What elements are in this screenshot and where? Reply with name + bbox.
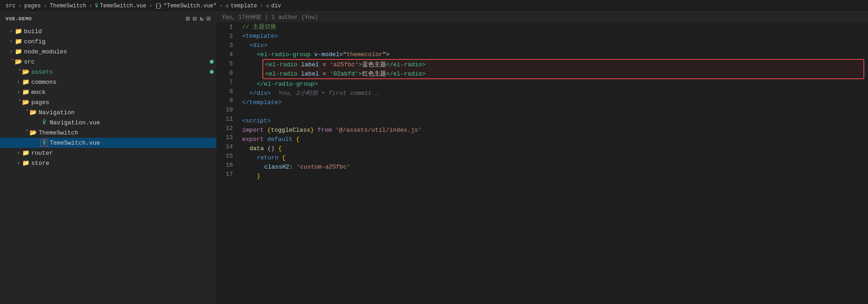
code-line-16: classH2: 'custom-a25fbc' (242, 162, 868, 171)
sidebar-item-assets[interactable]: › 📂 assets (0, 67, 216, 77)
breadcrumb-sep-2: › (44, 3, 47, 9)
label-commons: commons (31, 79, 216, 86)
folder-icon-src: 📂 (15, 58, 22, 65)
label-config: config (24, 38, 216, 45)
sidebar-item-commons[interactable]: › 📁 commons (0, 77, 216, 87)
breadcrumb-div[interactable]: div (271, 3, 281, 9)
kw-return: return (257, 154, 282, 161)
code-line-1: // 主题切换 (242, 22, 868, 31)
kw-default: default (267, 136, 296, 143)
new-folder-icon[interactable]: ⊟ (193, 15, 197, 23)
text-blue-theme: 蓝色主题 (362, 60, 386, 69)
tag-template-close: </template> (242, 99, 282, 106)
arrow-config: › (7, 38, 15, 45)
arrow-pages: › (15, 99, 22, 106)
tag-template-open: <template> (242, 33, 278, 40)
breadcrumb-div-icon: ◇ (266, 2, 269, 9)
folder-icon-mock: 📁 (22, 88, 29, 96)
vue-icon-navigation: V̈ (41, 119, 48, 126)
sidebar-item-store[interactable]: › 📁 store (0, 158, 216, 168)
highlight-box-lines-5-6: <el-radio label = 'a25fbc'>蓝色主题</el-radi… (262, 59, 864, 79)
breadcrumb-vue-icon: V̈ (95, 3, 98, 9)
brace-open-14: { (278, 145, 282, 152)
code-line-2: <template> (242, 31, 868, 41)
collapse-icon[interactable]: ⊡ (207, 15, 211, 23)
git-info-bar: You, 17分钟前 | 1 author (You) (216, 12, 868, 22)
sidebar-item-mock[interactable]: › 📁 mock (0, 87, 216, 97)
tag-el-radio-group-open: <el-radio-group (257, 51, 314, 58)
arrow-themeswitch: › (22, 129, 29, 136)
arrow-src: › (7, 58, 15, 65)
func-data: data (249, 145, 267, 152)
code-line-3: <div> (242, 41, 868, 50)
sidebar-item-pages[interactable]: › 📂 pages (0, 97, 216, 107)
sidebar-item-router[interactable]: › 📁 router (0, 148, 216, 158)
breadcrumb-src[interactable]: src (6, 3, 16, 9)
label-node-modules: node_modules (24, 48, 216, 55)
tag-el-radio-5-gt: > (359, 61, 362, 68)
tag-el-radio-5-open: <el-radio (265, 61, 301, 68)
folder-icon-commons: 📁 (22, 78, 29, 86)
space-eq-5: = (319, 61, 330, 68)
code-content: // 主题切换 <template> <div> <el-radio-group… (238, 22, 868, 304)
sidebar: VUE-DEMO ⊞ ⊟ ↻ ⊡ › 📁 build › 📁 config (0, 12, 216, 304)
tag-el-radio-6-open: <el-radio (265, 70, 301, 77)
sidebar-item-temeswitch-vue[interactable]: V̈ TemeSwitch.vue (0, 138, 216, 148)
git-info-text: You, 17分钟前 | 1 author (You) (222, 13, 318, 21)
sidebar-item-node-modules[interactable]: › 📁 node_modules (0, 47, 216, 57)
folder-icon-themeswitch: 📂 (29, 129, 37, 136)
editor-area: You, 17分钟前 | 1 author (You) 1 2 3 4 5 6 … (216, 12, 868, 304)
folder-icon-store: 📁 (22, 159, 29, 167)
refresh-icon[interactable]: ↻ (200, 15, 204, 23)
sidebar-item-navigation-vue[interactable]: V̈ Navigation.vue (0, 117, 216, 128)
sidebar-item-build[interactable]: › 📁 build (0, 26, 216, 36)
arrow-spacer-nav (33, 119, 41, 126)
code-line-11: <script> (242, 116, 868, 125)
tag-el-radio-6-close: </el-radio> (386, 70, 426, 77)
val-02abfd: '02abfd' (330, 70, 358, 77)
label-temeswitch-vue: TemeSwitch.vue (50, 140, 216, 146)
new-file-icon[interactable]: ⊞ (186, 15, 190, 23)
label-assets: assets (31, 69, 210, 76)
breadcrumb-temeswitch[interactable]: TemeSwitch.vue (100, 3, 146, 9)
brace-open-13: { (296, 136, 300, 143)
label-src: src (24, 58, 210, 65)
line-numbers: 1 2 3 4 5 6 7 8 9 10 11 12 13 14 15 16 1… (216, 22, 238, 304)
code-line-14: data () { (242, 144, 868, 153)
close-quote-4: "> (382, 51, 390, 58)
colon-16: : (289, 164, 297, 170)
sidebar-item-themeswitch-folder[interactable]: › 📂 ThemeSwitch (0, 128, 216, 138)
arrow-mock: › (15, 88, 22, 96)
code-line-7: </el-radio-group> (242, 79, 868, 88)
breadcrumb-curly: {} (155, 3, 162, 9)
code-line-5: <el-radio label = 'a25fbc'>蓝色主题</el-radi… (265, 60, 862, 69)
breadcrumb-sep-5: › (220, 3, 223, 9)
tag-el-radio-5-close: </el-radio> (386, 61, 426, 68)
label-navigation-folder: Navigation (39, 109, 216, 116)
code-line-13: export default { (242, 134, 868, 144)
text-red-theme: 红色主题 (362, 70, 386, 78)
brace-open-12: { (267, 127, 271, 134)
sidebar-item-src[interactable]: › 📂 src (0, 57, 216, 67)
sidebar-item-config[interactable]: › 📁 config (0, 36, 216, 47)
attr-classh2: classH2 (264, 164, 289, 170)
breadcrumb-template-icon: ◇ (226, 2, 229, 9)
tag-el-radio-group-close: </el-radio-group> (257, 81, 318, 88)
breadcrumb-sep-4: › (149, 3, 152, 9)
arrow-node-modules: › (7, 48, 15, 55)
tag-div-close: </div> (249, 90, 271, 97)
label-themeswitch-folder: ThemeSwitch (39, 129, 216, 136)
code-line-6: <el-radio label = '02abfd'>红色主题</el-radi… (265, 69, 862, 78)
breadcrumb-themeswitch[interactable]: ThemeSwitch (50, 3, 86, 9)
breadcrumb-pages[interactable]: pages (24, 3, 41, 9)
dot-src (210, 60, 214, 64)
equals-4: =" (339, 51, 347, 58)
breadcrumb-quote-file[interactable]: "TemeSwitch.vue" (164, 3, 217, 9)
code-editor[interactable]: 1 2 3 4 5 6 7 8 9 10 11 12 13 14 15 16 1… (216, 22, 868, 304)
func-toggleclass: toggleClass (271, 127, 310, 134)
sidebar-item-navigation-folder[interactable]: › 📂 Navigation (0, 107, 216, 117)
attr-label-6: label (301, 70, 319, 77)
attr-label-5: label (301, 61, 319, 68)
breadcrumb-template[interactable]: template (231, 3, 257, 9)
breadcrumb-sep-3: › (89, 3, 92, 9)
